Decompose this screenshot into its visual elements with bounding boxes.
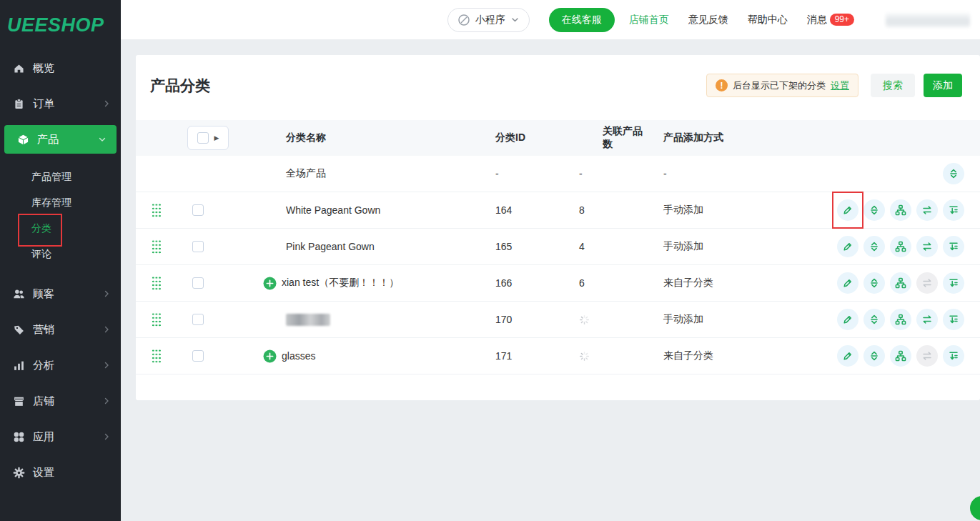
order-icon [13,98,25,110]
category-id: 164 [450,204,558,216]
select-all-control[interactable]: ▶ [187,126,229,150]
add-method: - [643,168,821,179]
customers-icon [13,288,25,300]
store-home-link[interactable]: 店铺首页 [629,14,669,26]
drag-handle-icon[interactable] [152,312,161,327]
row-checkbox[interactable] [192,314,204,325]
search-button[interactable]: 搜索 [871,74,915,97]
sidebar-subitem-product-manage[interactable]: 产品管理 [0,164,121,190]
sidebar-item-label: 订单 [33,97,102,111]
category-name: xian test（不要删！！！） [282,277,399,289]
add-method: 来自子分类 [643,349,821,362]
drag-handle-icon[interactable] [152,239,161,254]
subcategory-button[interactable] [890,309,911,330]
sidebar-item-label: 分析 [33,359,102,372]
sidebar-item-apps[interactable]: 应用 [0,419,121,455]
sort-button[interactable] [863,345,885,367]
edit-button[interactable] [837,272,858,294]
sidebar-item-products[interactable]: 产品 [4,125,117,154]
sidebar-item-store[interactable]: 店铺 [0,383,121,419]
online-service-button[interactable]: 在线客服 [549,8,615,32]
messages-link[interactable]: 消息 99+ [807,14,854,26]
sidebar-item-customers[interactable]: 顾客 [0,276,121,312]
sidebar-menu: 概览订单产品产品管理库存管理分类评论顾客营销分析店铺应用设置 [0,50,121,490]
edit-button[interactable] [837,309,858,330]
row-checkbox[interactable] [192,350,204,362]
category-name: glasses [282,350,315,362]
expand-plus-icon[interactable] [263,349,277,363]
chevron-right-icon [102,99,111,108]
product-count: - [579,168,583,179]
subcategory-button[interactable] [890,199,911,221]
settings-icon [13,467,25,479]
edit-button[interactable] [837,345,858,367]
product-icon [17,134,29,146]
loading-spinner-icon [579,314,590,325]
select-menu-arrow-icon: ▶ [214,134,219,142]
subcategory-button[interactable] [890,345,911,367]
sidebar-item-marketing[interactable]: 营销 [0,312,121,347]
analytics-icon [13,359,25,372]
drag-handle-icon[interactable] [152,349,161,363]
table-header: ▶ 分类名称 分类ID 关联产品数 产品添加方式 [136,120,980,156]
category-id: 166 [450,277,558,289]
transfer-button[interactable] [916,236,938,257]
account-blurred[interactable] [886,13,970,27]
subcategory-button[interactable] [890,272,911,294]
miniprogram-selector[interactable]: 小程序 [447,8,530,32]
sidebar-item-settings[interactable]: 设置 [0,455,121,490]
row-checkbox[interactable] [192,277,204,289]
sort-button[interactable] [863,309,885,330]
move-to-position-button[interactable] [943,309,964,330]
sidebar-subitem-inventory-manage[interactable]: 库存管理 [0,190,121,216]
sidebar-item-label: 应用 [33,430,102,444]
add-button[interactable]: 添加 [924,74,962,97]
table-row: glasses171来自子分类 [136,338,980,374]
sort-button[interactable] [863,272,885,294]
warning-icon: ! [716,79,728,91]
edit-button[interactable] [837,236,858,257]
transfer-button[interactable] [916,199,938,221]
select-all-checkbox[interactable] [197,132,209,144]
subcategory-button[interactable] [890,236,911,257]
sort-button[interactable] [863,199,885,221]
category-id: 170 [450,314,558,325]
messages-label: 消息 [807,14,827,26]
notice-settings-link[interactable]: 设置 [831,79,849,92]
move-to-position-button[interactable] [943,236,964,257]
category-id: - [450,168,558,179]
help-center-link[interactable]: 帮助中心 [748,14,788,26]
drag-handle-icon[interactable] [152,203,161,217]
edit-button[interactable] [837,199,858,221]
sidebar-item-orders[interactable]: 订单 [0,86,121,121]
move-to-position-button[interactable] [943,272,964,294]
sort-button[interactable] [863,236,885,257]
sidebar-item-analytics[interactable]: 分析 [0,347,121,383]
transfer-button [916,345,938,367]
drag-handle-icon[interactable] [152,276,161,290]
move-to-position-button[interactable] [943,199,964,221]
floating-chat-button[interactable] [970,496,980,520]
row-checkbox[interactable] [192,241,204,252]
chevron-down-icon [510,15,520,24]
transfer-button[interactable] [916,309,938,330]
sidebar-item-overview[interactable]: 概览 [0,50,121,86]
sidebar-item-label: 设置 [33,466,111,480]
store-icon [13,395,25,407]
row-checkbox[interactable] [192,204,204,216]
category-name: 全场产品 [286,167,326,180]
expand-plus-icon[interactable] [263,277,277,290]
table-row: xian test（不要删！！！）1666来自子分类 [136,265,980,302]
sidebar-item-label: 概览 [33,61,111,75]
miniprogram-label: 小程序 [475,14,505,26]
feedback-link[interactable]: 意见反馈 [688,14,728,26]
home-icon [13,62,25,74]
notice-text: 后台显示已下架的分类 [733,79,826,92]
annotation-box-category [18,214,62,247]
sort-button[interactable] [943,163,964,184]
apps-icon [13,431,25,443]
table-body: 全场产品---White Pageant Gown1648手动添加Pink Pa… [136,156,980,374]
move-to-position-button[interactable] [943,345,964,367]
chevron-right-icon [102,432,111,441]
content-card: 产品分类 ! 后台显示已下架的分类 设置 搜索 添加 ▶ 分类名称 分类ID 关… [136,55,980,400]
